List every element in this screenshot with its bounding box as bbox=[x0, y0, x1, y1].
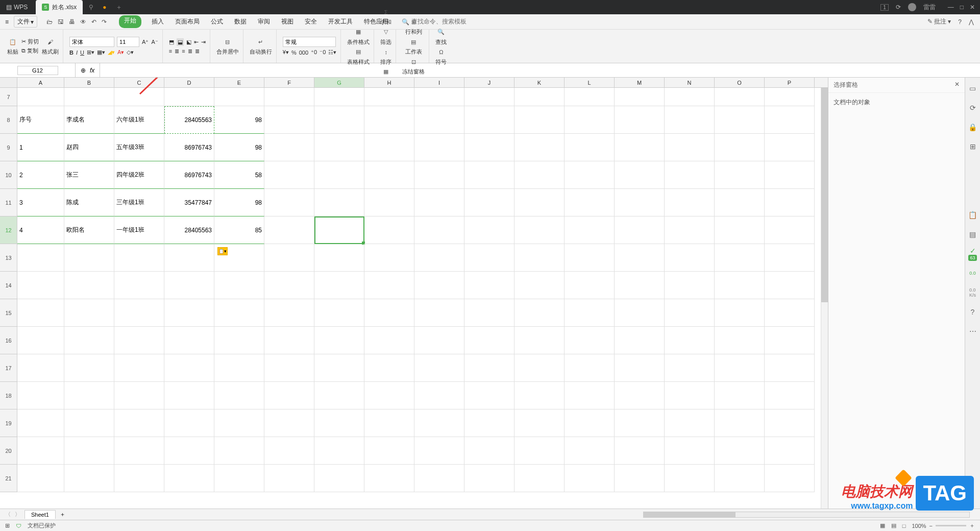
col-header-B[interactable]: B bbox=[64, 78, 114, 87]
align-center-icon[interactable]: ≣ bbox=[175, 48, 179, 55]
cell-J20[interactable] bbox=[464, 437, 514, 465]
cell-D16[interactable] bbox=[164, 327, 214, 354]
cell-I10[interactable] bbox=[414, 161, 464, 189]
cell-E21[interactable] bbox=[214, 465, 264, 492]
cell-G21[interactable] bbox=[314, 465, 364, 492]
horizontal-scrollbar[interactable] bbox=[69, 512, 980, 518]
cell-C17[interactable] bbox=[114, 354, 164, 382]
cell-D19[interactable] bbox=[164, 409, 214, 437]
cell-F19[interactable] bbox=[264, 409, 314, 437]
paste-options-icon[interactable]: 📋▾ bbox=[217, 247, 228, 255]
cell-reference-input[interactable] bbox=[17, 66, 58, 75]
cell-J7[interactable] bbox=[464, 88, 514, 106]
cell-E9[interactable]: 98 bbox=[214, 134, 264, 161]
cell-E18[interactable] bbox=[214, 382, 264, 409]
row-header-16[interactable]: 16 bbox=[0, 327, 17, 354]
zoom-out-icon[interactable]: − bbox=[929, 523, 933, 529]
cell-C15[interactable] bbox=[114, 299, 164, 327]
row-header-9[interactable]: 9 bbox=[0, 134, 17, 161]
ribbon-tab-7[interactable]: 安全 bbox=[304, 15, 318, 28]
sheet-nav-next[interactable]: 〉 bbox=[15, 511, 20, 518]
comma-icon[interactable]: 000 bbox=[299, 50, 308, 56]
col-header-F[interactable]: F bbox=[264, 78, 314, 87]
cell-B15[interactable] bbox=[64, 299, 114, 327]
cell-I12[interactable] bbox=[414, 216, 464, 244]
hamburger-icon[interactable]: ≡ bbox=[5, 18, 9, 26]
cell-M10[interactable] bbox=[615, 161, 665, 189]
cell-I13[interactable] bbox=[414, 244, 464, 272]
cell-C12[interactable]: 一年级1班 bbox=[114, 216, 164, 244]
cell-F9[interactable] bbox=[264, 134, 314, 161]
cell-P19[interactable] bbox=[765, 409, 815, 437]
row-header-11[interactable]: 11 bbox=[0, 189, 17, 216]
cell-N7[interactable] bbox=[665, 88, 715, 106]
lock-icon[interactable]: 🔒 bbox=[967, 122, 978, 133]
border-button[interactable]: ⊞▾ bbox=[87, 49, 94, 56]
redo-icon[interactable]: ↷ bbox=[102, 18, 107, 26]
cell-M7[interactable] bbox=[615, 88, 665, 106]
cell-E15[interactable] bbox=[214, 299, 264, 327]
cell-I9[interactable] bbox=[414, 134, 464, 161]
cell-A14[interactable] bbox=[17, 272, 64, 299]
cell-E11[interactable]: 98 bbox=[214, 189, 264, 216]
symbol-button[interactable]: Ω符号 bbox=[435, 47, 447, 66]
cell-F7[interactable] bbox=[264, 88, 314, 106]
cell-A21[interactable] bbox=[17, 465, 64, 492]
cell-J15[interactable] bbox=[464, 299, 514, 327]
cell-D21[interactable] bbox=[164, 465, 214, 492]
cell-G11[interactable] bbox=[314, 189, 364, 216]
cell-J14[interactable] bbox=[464, 272, 514, 299]
cell-F17[interactable] bbox=[264, 354, 314, 382]
cell-A18[interactable] bbox=[17, 382, 64, 409]
cell-K9[interactable] bbox=[514, 134, 565, 161]
cell-N14[interactable] bbox=[665, 272, 715, 299]
cell-G15[interactable] bbox=[314, 299, 364, 327]
new-tab-button[interactable]: ＋ bbox=[116, 3, 122, 12]
sort-button[interactable]: ↕排序 bbox=[380, 47, 391, 66]
cell-E14[interactable] bbox=[214, 272, 264, 299]
cell-C8[interactable]: 六年级1班 bbox=[114, 106, 164, 134]
cell-L16[interactable] bbox=[565, 327, 615, 354]
cell-P10[interactable] bbox=[765, 161, 815, 189]
cell-J21[interactable] bbox=[464, 465, 514, 492]
cell-O16[interactable] bbox=[715, 327, 765, 354]
cell-A7[interactable] bbox=[17, 88, 64, 106]
cell-A16[interactable] bbox=[17, 327, 64, 354]
cell-M20[interactable] bbox=[615, 437, 665, 465]
cell-H18[interactable] bbox=[364, 382, 414, 409]
cell-N10[interactable] bbox=[665, 161, 715, 189]
cell-M12[interactable] bbox=[615, 216, 665, 244]
cell-F14[interactable] bbox=[264, 272, 314, 299]
cell-H8[interactable] bbox=[364, 106, 414, 134]
cell-K21[interactable] bbox=[514, 465, 565, 492]
cell-B9[interactable]: 赵四 bbox=[64, 134, 114, 161]
cell-K11[interactable] bbox=[514, 189, 565, 216]
cell-L21[interactable] bbox=[565, 465, 615, 492]
cell-A9[interactable]: 1 bbox=[17, 134, 64, 161]
cell-P16[interactable] bbox=[765, 327, 815, 354]
find-button[interactable]: 🔍查找 bbox=[435, 27, 447, 46]
cell-I16[interactable] bbox=[414, 327, 464, 354]
cell-F20[interactable] bbox=[264, 437, 314, 465]
cell-D20[interactable] bbox=[164, 437, 214, 465]
panel-close-icon[interactable]: ✕ bbox=[954, 81, 960, 89]
notification-badge[interactable]: 1 bbox=[880, 4, 889, 11]
col-header-L[interactable]: L bbox=[565, 78, 615, 87]
cell-O15[interactable] bbox=[715, 299, 765, 327]
cell-D9[interactable]: 86976743 bbox=[164, 134, 214, 161]
close-button[interactable]: ✕ bbox=[970, 4, 975, 11]
cell-J13[interactable] bbox=[464, 244, 514, 272]
cell-J18[interactable] bbox=[464, 382, 514, 409]
cell-H15[interactable] bbox=[364, 299, 414, 327]
table-style-button[interactable]: ▤表格样式 bbox=[347, 47, 370, 66]
row-header-12[interactable]: 12 bbox=[0, 216, 17, 244]
cell-F11[interactable] bbox=[264, 189, 314, 216]
decrease-font-icon[interactable]: A⁻ bbox=[151, 39, 158, 45]
cell-B16[interactable] bbox=[64, 327, 114, 354]
col-header-H[interactable]: H bbox=[364, 78, 414, 87]
formula-input[interactable] bbox=[100, 63, 980, 77]
cell-A17[interactable] bbox=[17, 354, 64, 382]
refresh-icon[interactable]: ⟳ bbox=[967, 102, 978, 113]
grid-icon[interactable]: ⊞ bbox=[967, 141, 978, 152]
cell-M16[interactable] bbox=[615, 327, 665, 354]
